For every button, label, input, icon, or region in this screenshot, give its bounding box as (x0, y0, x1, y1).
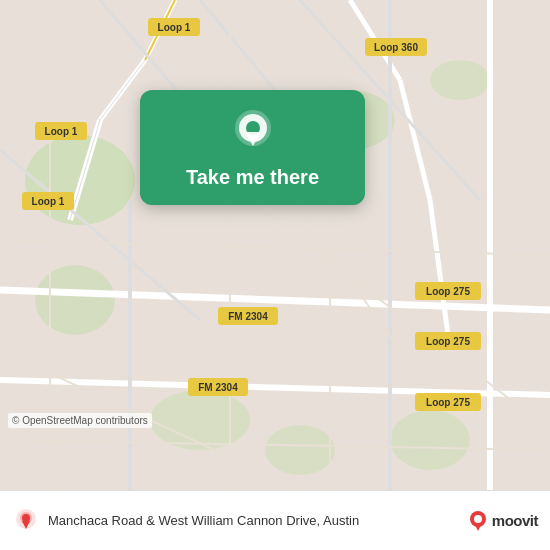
take-me-there-card[interactable]: Take me there (140, 90, 365, 205)
svg-marker-62 (474, 523, 482, 531)
svg-point-6 (265, 425, 335, 475)
svg-point-58 (22, 514, 30, 522)
map-container: Loop 1 Loop 360 Loop 1 Loop 1 FM 2304 Lo… (0, 0, 550, 490)
svg-text:Loop 360: Loop 360 (374, 42, 418, 53)
location-pin-icon (229, 108, 277, 156)
moovit-brand-text: moovit (492, 512, 538, 529)
svg-text:Loop 275: Loop 275 (426, 286, 470, 297)
svg-point-2 (35, 265, 115, 335)
copyright-notice: © OpenStreetMap contributors (8, 413, 152, 428)
svg-point-61 (474, 515, 482, 523)
svg-text:Loop 1: Loop 1 (158, 22, 191, 33)
svg-text:Loop 1: Loop 1 (45, 126, 78, 137)
location-text: Manchaca Road & West William Cannon Driv… (48, 513, 468, 528)
moovit-pin-icon (468, 511, 488, 531)
svg-point-4 (430, 60, 490, 100)
svg-text:Loop 275: Loop 275 (426, 336, 470, 347)
svg-text:Loop 1: Loop 1 (32, 196, 65, 207)
bottom-bar: Manchaca Road & West William Cannon Driv… (0, 490, 550, 550)
svg-text:FM 2304: FM 2304 (228, 311, 268, 322)
take-me-there-label: Take me there (186, 166, 319, 189)
svg-point-7 (390, 410, 470, 470)
moovit-logo: moovit (468, 511, 538, 531)
bottom-location-icon (12, 507, 40, 535)
svg-text:Loop 275: Loop 275 (426, 397, 470, 408)
svg-text:FM 2304: FM 2304 (198, 382, 238, 393)
svg-point-5 (150, 390, 250, 450)
